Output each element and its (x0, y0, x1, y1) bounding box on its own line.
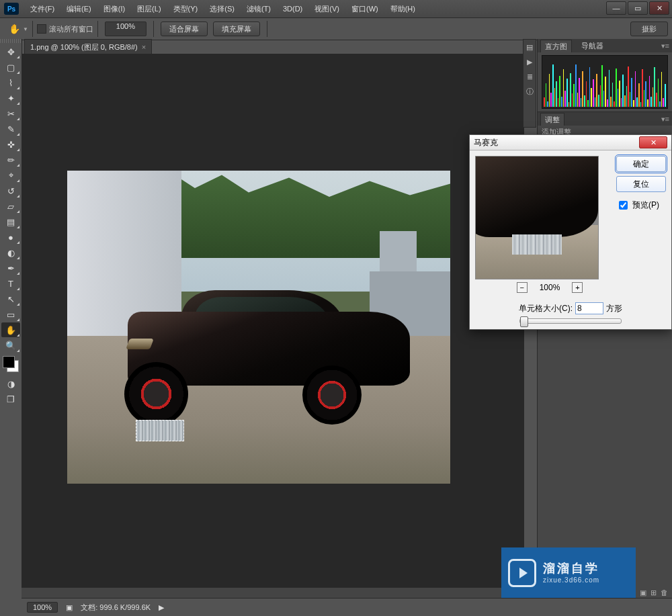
preview-checkbox-row[interactable]: 预览(P) (616, 199, 666, 212)
history-brush-tool[interactable]: ↺ (1, 183, 20, 198)
histogram-bar (616, 69, 617, 107)
eyedropper-tool[interactable]: ✎ (1, 122, 20, 136)
selection-marquee[interactable] (136, 420, 184, 441)
zoom-value-field[interactable]: 100% (105, 21, 146, 36)
layers-footer-icon[interactable]: ▣ (640, 588, 646, 597)
document-canvas[interactable] (67, 171, 450, 484)
menu-item[interactable]: 3D(D) (277, 0, 308, 17)
histogram-bar (626, 86, 628, 107)
histogram-bar (582, 71, 583, 107)
menu-item[interactable]: 选择(S) (204, 0, 241, 17)
blur-tool[interactable]: ● (1, 230, 20, 245)
ok-button[interactable]: 确定 (616, 156, 666, 172)
status-zoom[interactable]: 100% (27, 602, 58, 613)
crop-tool[interactable]: ✂ (1, 106, 20, 121)
marquee-tool[interactable]: ▢ (1, 60, 20, 75)
watermark-line2: zixue.3d66.com (543, 576, 599, 584)
fill-screen-button[interactable]: 填充屏幕 (213, 21, 260, 36)
menu-item[interactable]: 帮助(H) (384, 0, 421, 17)
menu-item[interactable]: 图层(L) (131, 0, 167, 17)
fit-screen-button[interactable]: 适合屏幕 (161, 21, 208, 36)
histogram-bar (547, 101, 548, 107)
eraser-tool[interactable]: ▱ (1, 199, 20, 214)
navigator-tab[interactable]: 导航器 (577, 40, 607, 52)
histogram-bar (591, 88, 592, 107)
histogram-bar (566, 79, 568, 107)
filter-preview[interactable] (475, 156, 599, 279)
menu-item[interactable]: 滤镜(T) (241, 0, 277, 17)
canvas-area[interactable] (22, 54, 524, 599)
menu-item[interactable]: 编辑(E) (60, 0, 97, 17)
path-select-tool[interactable]: ↖ (1, 292, 20, 306)
pen-tool[interactable]: ✒ (1, 261, 20, 275)
layers-footer-icon[interactable]: 🗑 (661, 588, 668, 597)
histogram-bar (619, 81, 620, 107)
reset-button[interactable]: 复位 (616, 176, 666, 192)
histogram-bar (644, 90, 645, 107)
dropdown-arrow-icon[interactable]: ▼ (23, 26, 28, 32)
histogram-bar (631, 78, 632, 107)
zoom-out-button[interactable]: − (517, 282, 528, 293)
panel-menu-icon[interactable]: ▾≡ (661, 115, 669, 124)
panel-grip[interactable] (0, 39, 22, 43)
menu-item[interactable]: 窗口(W) (345, 0, 384, 17)
zoom-in-button[interactable]: + (572, 282, 583, 293)
histogram-bar (612, 83, 614, 107)
panel-icon-play[interactable]: ▶ (525, 57, 534, 67)
color-swatches[interactable] (3, 356, 19, 372)
separator (153, 21, 154, 37)
histogram-bar (654, 67, 655, 107)
adjustments-tab[interactable]: 调整 (540, 113, 564, 126)
stamp-tool[interactable]: ⌖ (1, 168, 20, 183)
dialog-titlebar[interactable]: 马赛克 ✕ (470, 135, 671, 150)
preview-checkbox[interactable] (619, 201, 628, 210)
histogram-tab[interactable]: 直方图 (540, 40, 572, 52)
window-maximize-button[interactable]: ▭ (628, 1, 648, 15)
spot-heal-tool[interactable]: ✜ (1, 137, 20, 152)
histogram-bar (624, 95, 626, 107)
dodge-tool[interactable]: ◐ (1, 245, 20, 260)
document-tab[interactable]: 1.png @ 100% (图层 0, RGB/8#) × (24, 39, 152, 54)
document-tab-close-icon[interactable]: × (142, 40, 146, 54)
workspace-switcher[interactable]: 摄影 (630, 21, 668, 36)
hand-tool[interactable]: ✋ (1, 322, 20, 337)
brush-tool[interactable]: ✏ (1, 152, 20, 167)
panel-menu-icon[interactable]: ▾≡ (661, 42, 669, 50)
zoom-tool[interactable]: 🔍 (1, 338, 20, 353)
quick-mask-toggle[interactable]: ◑ (1, 376, 20, 391)
histogram-bar (558, 98, 559, 107)
gradient-tool[interactable]: ▤ (1, 214, 20, 229)
screen-mode-toggle[interactable]: ❐ (1, 392, 20, 406)
horizontal-scrollbar[interactable] (22, 587, 524, 599)
cell-size-input[interactable] (575, 302, 603, 314)
menu-item[interactable]: 类型(Y) (167, 0, 204, 17)
window-close-button[interactable]: ✕ (649, 1, 669, 15)
layers-footer-icon[interactable]: ⊞ (650, 588, 657, 597)
histogram-bar (653, 87, 654, 107)
menu-item[interactable]: 视图(V) (308, 0, 345, 17)
panel-icon-1[interactable]: ▤ (525, 42, 534, 52)
image-content (87, 285, 430, 433)
type-tool[interactable]: T (1, 276, 20, 291)
lasso-tool[interactable]: ⌇ (1, 75, 20, 90)
scroll-all-windows-checkbox[interactable] (37, 24, 46, 34)
histogram-bar (622, 75, 624, 107)
dialog-close-button[interactable]: ✕ (639, 136, 667, 148)
window-minimize-button[interactable]: — (606, 1, 626, 15)
shape-tool[interactable]: ▭ (1, 307, 20, 322)
menu-item[interactable]: 图像(I) (97, 0, 131, 17)
histogram-bar (635, 71, 636, 107)
slider-thumb[interactable] (520, 316, 528, 327)
histogram-bar (587, 100, 589, 107)
panel-icon-3[interactable]: ≣ (525, 72, 534, 81)
magic-wand-tool[interactable]: ✦ (1, 91, 20, 105)
menu-item[interactable]: 文件(F) (24, 0, 60, 17)
histogram-bar (586, 81, 587, 107)
panel-icon-info[interactable]: ⓘ (525, 87, 534, 96)
status-arrow-icon[interactable]: ▶ (159, 603, 164, 612)
histogram-bar (633, 100, 634, 107)
cell-size-slider[interactable] (519, 318, 622, 324)
separator (32, 21, 33, 37)
foreground-color-swatch[interactable] (3, 356, 15, 368)
move-tool[interactable]: ✥ (1, 44, 20, 59)
